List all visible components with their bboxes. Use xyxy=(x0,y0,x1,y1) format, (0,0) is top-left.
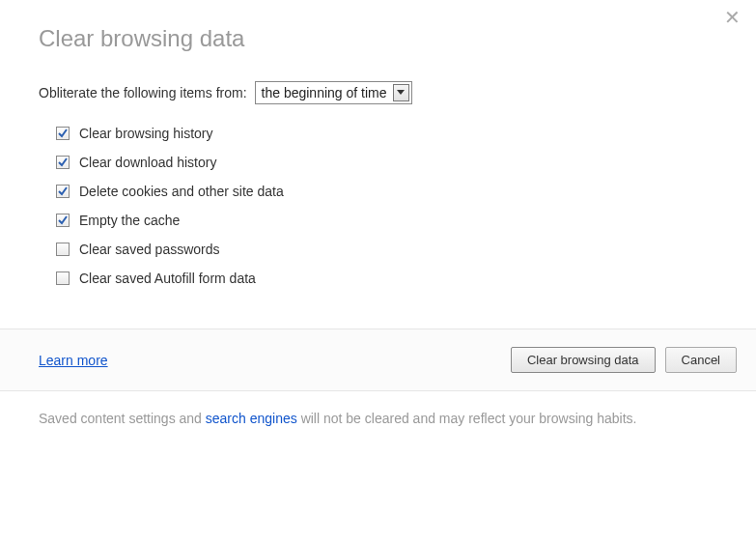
learn-more-link[interactable]: Learn more xyxy=(39,353,108,368)
button-row: Clear browsing data Cancel xyxy=(511,347,737,373)
time-range-select[interactable]: the beginning of time xyxy=(255,81,412,104)
dialog-title: Clear browsing data xyxy=(39,25,717,52)
search-engines-link[interactable]: search engines xyxy=(206,411,297,426)
time-range-label: Obliterate the following items from: xyxy=(39,85,247,100)
note-text-suffix: will not be cleared and may reflect your… xyxy=(297,411,637,426)
option-empty-cache[interactable]: Empty the cache xyxy=(56,213,717,228)
cancel-button[interactable]: Cancel xyxy=(665,347,737,373)
clear-browsing-data-dialog: ✕ Clear browsing data Obliterate the fol… xyxy=(0,0,756,456)
note-text-prefix: Saved content settings and xyxy=(39,411,206,426)
time-range-value: the beginning of time xyxy=(262,85,393,100)
option-clear-download-history[interactable]: Clear download history xyxy=(56,155,717,170)
option-clear-browsing-history[interactable]: Clear browsing history xyxy=(56,126,717,141)
option-label: Empty the cache xyxy=(79,213,180,228)
options-list: Clear browsing history Clear download hi… xyxy=(56,126,717,286)
dialog-main: Clear browsing data Obliterate the follo… xyxy=(0,0,756,329)
option-label: Clear saved Autofill form data xyxy=(79,271,256,286)
checkbox-icon xyxy=(56,185,70,198)
footer-note: Saved content settings and search engine… xyxy=(0,390,756,456)
option-delete-cookies[interactable]: Delete cookies and other site data xyxy=(56,184,717,199)
checkbox-icon xyxy=(56,272,70,285)
option-label: Delete cookies and other site data xyxy=(79,184,284,199)
time-range-row: Obliterate the following items from: the… xyxy=(39,81,717,104)
checkbox-icon xyxy=(56,156,70,169)
option-label: Clear download history xyxy=(79,155,216,170)
clear-data-button[interactable]: Clear browsing data xyxy=(511,347,656,373)
close-icon[interactable]: ✕ xyxy=(724,8,741,27)
dialog-footer: Learn more Clear browsing data Cancel xyxy=(0,329,756,390)
option-clear-autofill[interactable]: Clear saved Autofill form data xyxy=(56,271,717,286)
option-label: Clear saved passwords xyxy=(79,242,220,257)
option-label: Clear browsing history xyxy=(79,126,213,141)
chevron-down-icon xyxy=(393,84,409,101)
checkbox-icon xyxy=(56,214,70,227)
checkbox-icon xyxy=(56,243,70,256)
checkbox-icon xyxy=(56,127,70,140)
option-clear-passwords[interactable]: Clear saved passwords xyxy=(56,242,717,257)
